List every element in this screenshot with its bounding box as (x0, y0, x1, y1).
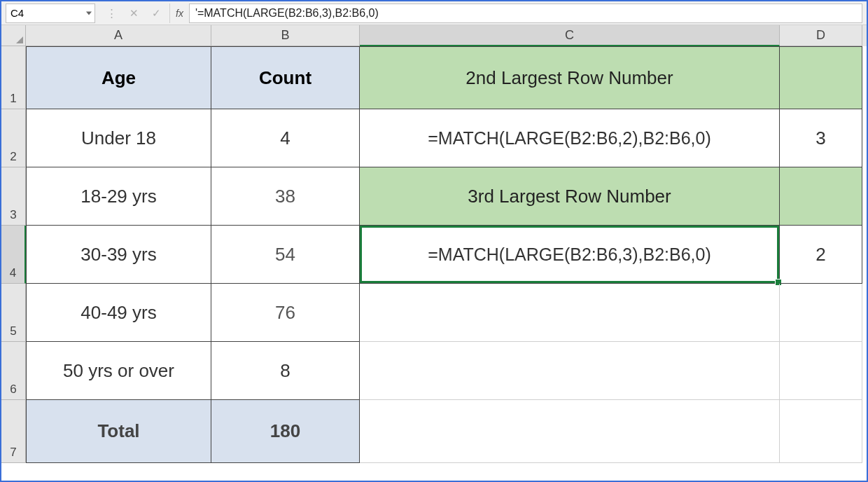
cell-a4[interactable]: 30-39 yrs (26, 226, 211, 284)
cell-b5[interactable]: 76 (211, 284, 360, 342)
cell-d5[interactable] (780, 284, 862, 342)
cell-d4[interactable]: 2 (780, 226, 862, 284)
cell-c4[interactable]: =MATCH(LARGE(B2:B6,3),B2:B6,0) (360, 226, 780, 284)
row-headers: 1 2 3 4 5 6 7 (1, 46, 26, 481)
row-header-1[interactable]: 1 (1, 46, 26, 109)
formula-input[interactable]: '=MATCH(LARGE(B2:B6,3),B2:B6,0) (189, 4, 862, 23)
cell-a6[interactable]: 50 yrs or over (26, 342, 211, 400)
row-header-5[interactable]: 5 (1, 284, 26, 342)
fx-button[interactable]: fx (169, 4, 189, 23)
cell-d3[interactable] (780, 167, 862, 226)
cell-b2[interactable]: 4 (211, 109, 360, 167)
name-box-dropdown-icon[interactable] (86, 11, 92, 15)
cell-a5[interactable]: 40-49 yrs (26, 284, 211, 342)
formula-bar-controls: ⋮ ✕ ✓ (98, 7, 169, 20)
cell-b1[interactable]: Count (211, 46, 360, 109)
cell-b3[interactable]: 38 (211, 167, 360, 226)
cell-b4[interactable]: 54 (211, 226, 360, 284)
spreadsheet-grid[interactable]: A B C D 1 2 3 4 5 6 7 Age Count 2nd Larg… (1, 25, 867, 481)
enter-icon[interactable]: ✓ (150, 7, 162, 20)
cell-a3[interactable]: 18-29 yrs (26, 167, 211, 226)
cell-d2[interactable]: 3 (780, 109, 862, 167)
name-box[interactable]: C4 (6, 4, 95, 23)
cell-c6[interactable] (360, 342, 780, 400)
cell-b6[interactable]: 8 (211, 342, 360, 400)
row-header-6[interactable]: 6 (1, 342, 26, 400)
cell-c3[interactable]: 3rd Largest Row Number (360, 167, 780, 226)
cell-d6[interactable] (780, 342, 862, 400)
formula-bar: C4 ⋮ ✕ ✓ fx '=MATCH(LARGE(B2:B6,3),B2:B6… (1, 1, 867, 25)
row-header-4[interactable]: 4 (1, 226, 26, 284)
cell-a7[interactable]: Total (26, 400, 211, 463)
cell-c5[interactable] (360, 284, 780, 342)
active-cell-ref: C4 (10, 7, 24, 19)
cell-c7[interactable] (360, 400, 780, 463)
cell-c2[interactable]: =MATCH(LARGE(B2:B6,2),B2:B6,0) (360, 109, 780, 167)
cell-d7[interactable] (780, 400, 862, 463)
col-header-b[interactable]: B (211, 25, 360, 46)
col-header-d[interactable]: D (780, 25, 862, 46)
cell-a2[interactable]: Under 18 (26, 109, 211, 167)
dots-icon: ⋮ (105, 7, 118, 20)
cancel-icon[interactable]: ✕ (127, 7, 140, 20)
select-all-corner[interactable] (1, 25, 26, 46)
cell-d1[interactable] (780, 46, 862, 109)
row-header-3[interactable]: 3 (1, 167, 26, 226)
cell-a1[interactable]: Age (26, 46, 211, 109)
column-headers: A B C D (1, 25, 867, 46)
cell-b7[interactable]: 180 (211, 400, 360, 463)
col-header-a[interactable]: A (26, 25, 211, 46)
cell-c1[interactable]: 2nd Largest Row Number (360, 46, 780, 109)
row-header-2[interactable]: 2 (1, 109, 26, 167)
col-header-c[interactable]: C (360, 25, 780, 46)
row-header-7[interactable]: 7 (1, 400, 26, 463)
